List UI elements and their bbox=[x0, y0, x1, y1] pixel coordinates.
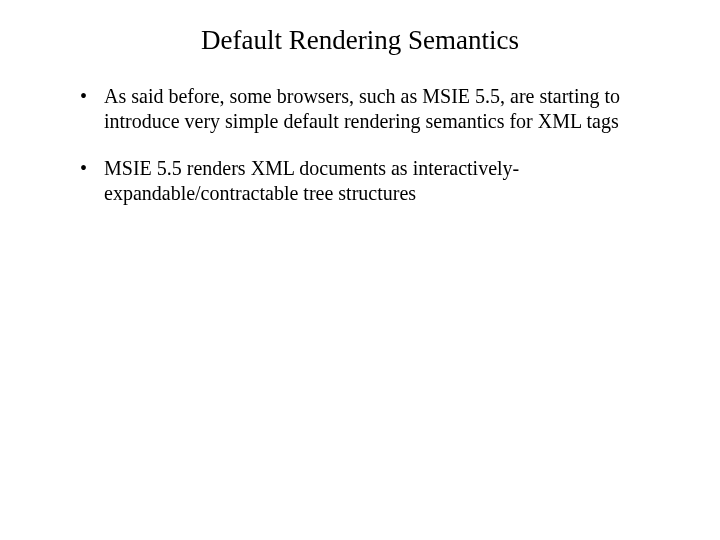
list-item: • As said before, some browsers, such as… bbox=[80, 84, 660, 134]
list-item: • MSIE 5.5 renders XML documents as inte… bbox=[80, 156, 660, 206]
slide-title: Default Rendering Semantics bbox=[100, 25, 620, 56]
bullet-text: As said before, some browsers, such as M… bbox=[104, 84, 660, 134]
bullet-icon: • bbox=[80, 84, 104, 109]
bullet-text: MSIE 5.5 renders XML documents as intera… bbox=[104, 156, 660, 206]
bullet-icon: • bbox=[80, 156, 104, 181]
bullet-list: • As said before, some browsers, such as… bbox=[60, 84, 660, 206]
